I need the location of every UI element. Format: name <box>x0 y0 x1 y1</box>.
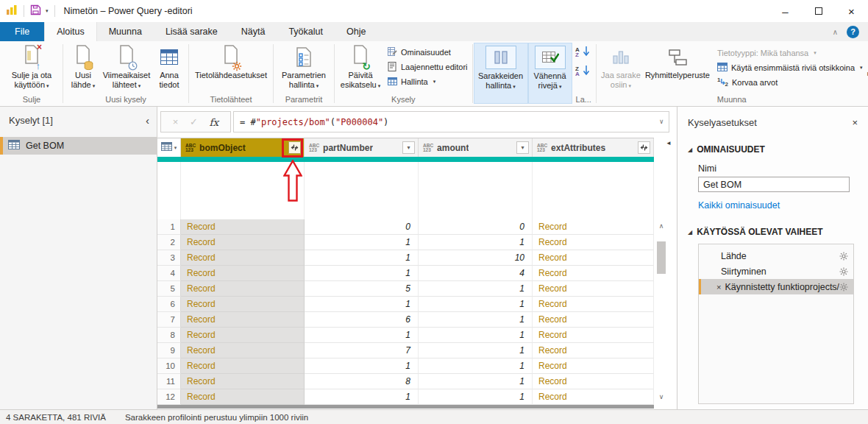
cell-partNumber[interactable]: 1 <box>305 235 419 250</box>
tab-file[interactable]: File <box>0 22 44 41</box>
minimize-button[interactable]: – <box>769 0 802 22</box>
all-properties-link[interactable]: Kaikki ominaisuudet <box>698 200 780 211</box>
manage-query-button[interactable]: Hallinta▾ <box>386 74 469 89</box>
cell-amount[interactable]: 1 <box>419 374 533 389</box>
cell-bomObject[interactable]: Record <box>181 328 305 343</box>
filter-dropdown-button[interactable]: ▾ <box>516 141 529 154</box>
cell-amount[interactable]: 0 <box>419 219 533 235</box>
query-name-input[interactable] <box>698 177 850 192</box>
refresh-preview-button[interactable]: ↻ Päivitä esikatselu▾ <box>338 43 383 91</box>
scroll-down-icon[interactable]: ∨ <box>656 392 666 402</box>
cell-partNumber[interactable]: 1 <box>305 389 419 405</box>
use-first-row-as-headers-button[interactable]: Käytä ensimmäistä riviä otsikkoina▾ <box>716 60 864 75</box>
collapse-ribbon-icon[interactable]: ∧ <box>833 28 838 36</box>
tab-nayta[interactable]: Näytä <box>230 22 277 41</box>
properties-button[interactable]: Ominaisuudet <box>386 45 469 60</box>
cell-extAttributes[interactable]: Record <box>533 235 654 250</box>
cell-partNumber[interactable]: 1 <box>305 266 419 281</box>
step-settings-gear-icon[interactable] <box>839 283 848 292</box>
cell-partNumber[interactable]: 1 <box>305 328 419 343</box>
cell-bomObject[interactable]: Record <box>181 281 305 297</box>
recent-sources-button[interactable]: Viimeaikaiset lähteet▾ <box>100 43 153 91</box>
maximize-button[interactable] <box>802 0 835 22</box>
expand-formula-bar-icon[interactable]: ∨ <box>660 118 664 125</box>
cell-amount[interactable]: 1 <box>419 389 533 405</box>
cell-amount[interactable]: 4 <box>419 266 533 281</box>
vertical-scrollbar[interactable]: ∧ ∨ <box>656 221 666 402</box>
column-header-extAttributes[interactable]: ABC123 extAttributes <box>533 138 654 157</box>
manage-parameters-button[interactable]: Parametrien hallinta▾ <box>277 43 331 91</box>
sort-ascending-icon[interactable]: AZ <box>574 46 592 59</box>
column-header-amount[interactable]: ABC123 amount ▾ <box>419 138 533 157</box>
cell-bomObject[interactable]: Record <box>181 266 305 281</box>
row-number-cell[interactable]: 4 <box>157 266 181 281</box>
tab-ohje[interactable]: Ohje <box>335 22 377 41</box>
row-number-cell[interactable]: 10 <box>157 358 181 374</box>
step-kaynnistetty-funktio[interactable]: × Käynnistetty funktioprojects/... <box>699 279 853 294</box>
cell-extAttributes[interactable]: Record <box>533 389 654 405</box>
row-number-cell[interactable]: 7 <box>157 312 181 328</box>
row-number-cell[interactable]: 8 <box>157 328 181 343</box>
step-lahde[interactable]: Lähde <box>699 248 853 264</box>
cell-extAttributes[interactable]: Record <box>533 250 654 266</box>
cell-bomObject[interactable]: Record <box>181 235 305 250</box>
cell-extAttributes[interactable]: Record <box>533 358 654 374</box>
tab-tyokalut[interactable]: Työkalut <box>277 22 335 41</box>
manage-columns-button[interactable]: Sarakkeiden hallinta▾ <box>474 43 528 104</box>
cell-amount[interactable]: 1 <box>419 235 533 250</box>
collapse-queries-pane-icon[interactable]: ‹ <box>146 116 149 125</box>
cell-partNumber[interactable]: 7 <box>305 343 419 358</box>
add-step-fx-button[interactable]: fx <box>210 116 219 128</box>
cell-extAttributes[interactable]: Record <box>533 266 654 281</box>
tab-aloitus[interactable]: Aloitus <box>44 22 97 41</box>
row-number-cell[interactable]: 6 <box>157 297 181 312</box>
cell-extAttributes[interactable]: Record <box>533 374 654 389</box>
row-number-cell[interactable]: 2 <box>157 235 181 250</box>
data-type-button[interactable]: Tietotyyppi: Mikä tahansa▾ <box>716 46 864 60</box>
cell-amount[interactable]: 1 <box>419 328 533 343</box>
step-siirtyminen[interactable]: Siirtyminen <box>699 264 853 279</box>
cell-partNumber[interactable]: 1 <box>305 358 419 374</box>
row-number-cell[interactable]: 12 <box>157 389 181 405</box>
split-column-button[interactable]: Jaa sarake osiin▾ <box>600 43 642 91</box>
cell-amount[interactable]: 1 <box>419 297 533 312</box>
close-button[interactable]: × <box>835 0 868 22</box>
replace-values-button[interactable]: 1↳2 Korvaa arvot <box>716 75 864 90</box>
horizontal-scrollbar[interactable] <box>157 405 654 409</box>
group-by-button[interactable]: Ryhmittelyperuste <box>642 43 713 80</box>
cell-extAttributes[interactable]: Record <box>533 312 654 328</box>
cell-bomObject[interactable]: Record <box>181 297 305 312</box>
tab-lisaa-sarake[interactable]: Lisää sarake <box>154 22 230 41</box>
applied-steps-section-header[interactable]: ◢ KÄYTÖSSÄ OLEVAT VAIHEET <box>688 227 858 237</box>
data-source-settings-button[interactable]: Tietolähdeasetukset <box>192 43 270 80</box>
quick-access-toolbar-dropdown-icon[interactable]: ▾ <box>46 8 49 14</box>
cell-partNumber[interactable]: 6 <box>305 312 419 328</box>
step-settings-gear-icon[interactable] <box>839 267 848 276</box>
delete-step-icon[interactable]: × <box>716 283 721 292</box>
row-number-cell[interactable]: 11 <box>157 374 181 389</box>
cell-extAttributes[interactable]: Record <box>533 281 654 297</box>
cell-extAttributes[interactable]: Record <box>533 328 654 343</box>
cell-amount[interactable]: 1 <box>419 281 533 297</box>
cell-amount[interactable]: 1 <box>419 312 533 328</box>
cell-amount[interactable]: 1 <box>419 358 533 374</box>
cell-partNumber[interactable]: 5 <box>305 281 419 297</box>
cell-partNumber[interactable]: 8 <box>305 374 419 389</box>
row-number-cell[interactable]: 9 <box>157 343 181 358</box>
cell-bomObject[interactable]: Record <box>181 343 305 358</box>
filter-dropdown-button[interactable]: ▾ <box>402 141 415 154</box>
cell-bomObject[interactable]: Record <box>181 358 305 374</box>
formula-input[interactable]: = #"projects/bom"("P000004")∨ <box>233 111 669 132</box>
cell-extAttributes[interactable]: Record <box>533 297 654 312</box>
cell-amount[interactable]: 1 <box>419 343 533 358</box>
cell-bomObject[interactable]: Record <box>181 389 305 405</box>
cell-partNumber[interactable]: 1 <box>305 250 419 266</box>
cell-bomObject[interactable]: Record <box>181 312 305 328</box>
enter-data-button[interactable]: Anna tiedot <box>153 43 185 90</box>
cell-partNumber[interactable]: 0 <box>305 219 419 235</box>
query-list-item-get-bom[interactable]: Get BOM <box>0 137 157 155</box>
reduce-rows-button[interactable]: Vähennä rivejä▾ <box>528 43 572 104</box>
expand-column-button[interactable] <box>638 141 650 154</box>
formula-cancel-icon[interactable]: × <box>173 116 179 127</box>
advanced-editor-button[interactable]: Laajennettu editori <box>386 60 469 74</box>
